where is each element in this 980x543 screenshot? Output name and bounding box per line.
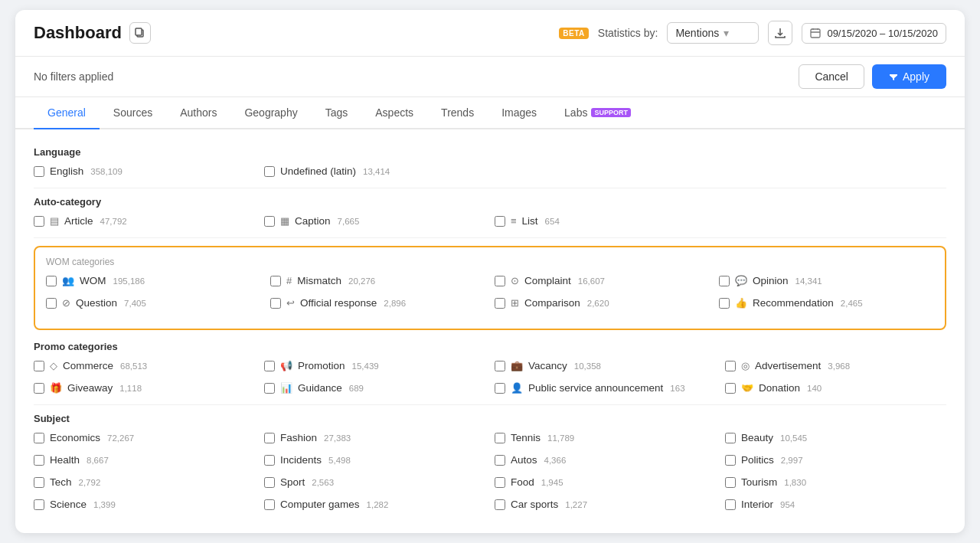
beauty-checkbox[interactable] <box>725 433 736 443</box>
item-label: Caption <box>295 215 331 227</box>
language-grid: English 358,109 Undefined (latin) 13,414 <box>34 165 946 177</box>
list-item: 👍 Recommendation 2,465 <box>719 297 934 309</box>
opinion-checkbox[interactable] <box>719 276 730 286</box>
item-count: 16,607 <box>578 276 605 286</box>
item-label: Science <box>50 499 87 510</box>
question-checkbox[interactable] <box>46 298 57 309</box>
official-response-icon: ↩ <box>286 297 295 309</box>
apply-button[interactable]: Apply <box>872 64 946 89</box>
tourism-checkbox[interactable] <box>725 477 736 488</box>
health-checkbox[interactable] <box>34 455 44 466</box>
sport-checkbox[interactable] <box>264 477 275 488</box>
complaint-checkbox[interactable] <box>495 276 505 286</box>
list-item: ▤ Article 47,792 <box>34 215 255 227</box>
subject-row-1: Economics 72,267 Fashion 27,383 Tennis 1… <box>34 432 946 443</box>
item-count: 1,399 <box>93 500 116 509</box>
tab-aspects[interactable]: Aspects <box>361 97 427 129</box>
tab-trends[interactable]: Trends <box>427 97 488 129</box>
list-item: ⊘ Question 7,405 <box>46 297 261 309</box>
caption-checkbox[interactable] <box>264 216 275 227</box>
public-service-checkbox[interactable] <box>495 383 505 394</box>
tech-checkbox[interactable] <box>34 477 44 488</box>
item-count: 689 <box>349 384 364 393</box>
promotion-checkbox[interactable] <box>264 361 275 371</box>
stats-select[interactable]: Mentions ▾ <box>667 22 759 44</box>
item-count: 2,997 <box>781 456 803 465</box>
car-sports-checkbox[interactable] <box>495 499 505 510</box>
list-item: English 358,109 <box>34 165 255 177</box>
article-checkbox[interactable] <box>34 216 44 227</box>
item-count: 1,830 <box>784 478 806 487</box>
list-item: Car sports 1,227 <box>495 499 716 510</box>
list-item: Sport 2,563 <box>264 476 485 488</box>
item-label: Article <box>64 215 93 227</box>
item-count: 2,465 <box>841 299 863 308</box>
subject-row-4: Science 1,399 Computer games 1,282 Car s… <box>34 499 946 510</box>
copy-icon[interactable] <box>129 22 151 44</box>
tab-labs[interactable]: Labs SUPPORT <box>550 97 645 129</box>
download-button[interactable] <box>768 21 792 45</box>
item-label: Undefined (latin) <box>280 165 356 177</box>
computer-games-checkbox[interactable] <box>264 499 275 510</box>
giveaway-checkbox[interactable] <box>34 383 44 394</box>
item-label: Health <box>50 454 80 466</box>
item-count: 195,186 <box>113 276 145 286</box>
vacancy-checkbox[interactable] <box>495 361 505 371</box>
item-count: 1,118 <box>119 384 142 393</box>
undefined-latin-checkbox[interactable] <box>264 166 275 177</box>
item-count: 3,968 <box>828 361 850 371</box>
official-response-checkbox[interactable] <box>270 298 281 309</box>
list-checkbox[interactable] <box>495 216 505 227</box>
commerce-icon: ◇ <box>50 360 57 371</box>
tab-sources[interactable]: Sources <box>100 97 166 129</box>
comparison-checkbox[interactable] <box>495 298 505 309</box>
interior-checkbox[interactable] <box>725 499 736 510</box>
list-item: ◇ Commerce 68,513 <box>34 360 255 371</box>
item-label: Sport <box>280 476 305 488</box>
item-label: Vacancy <box>528 360 567 371</box>
english-checkbox[interactable] <box>34 166 44 177</box>
tab-tags[interactable]: Tags <box>312 97 362 129</box>
guidance-checkbox[interactable] <box>264 383 275 394</box>
science-checkbox[interactable] <box>34 499 44 510</box>
list-item: Beauty 10,545 <box>725 432 946 443</box>
advertisement-checkbox[interactable] <box>725 361 736 371</box>
economics-checkbox[interactable] <box>34 433 44 443</box>
item-label: Fashion <box>280 432 317 443</box>
fashion-checkbox[interactable] <box>264 433 275 443</box>
item-count: 654 <box>545 217 560 226</box>
item-count: 5,498 <box>328 456 351 465</box>
language-section-title: Language <box>34 146 946 158</box>
politics-checkbox[interactable] <box>725 455 736 466</box>
chevron-down-icon: ▾ <box>724 27 729 39</box>
item-label: Complaint <box>524 275 571 286</box>
food-checkbox[interactable] <box>495 477 505 488</box>
tennis-checkbox[interactable] <box>495 433 505 443</box>
item-count: 14,341 <box>795 276 822 286</box>
commerce-checkbox[interactable] <box>34 361 44 371</box>
wom-section-title: WOM categories <box>46 257 934 267</box>
autos-checkbox[interactable] <box>495 455 505 466</box>
tab-geography[interactable]: Geography <box>230 97 311 129</box>
header: Dashboard BETA Statistics by: Mentions ▾ <box>15 10 965 57</box>
svg-rect-2 <box>811 29 820 38</box>
cancel-button[interactable]: Cancel <box>799 64 864 89</box>
wom-row-2: ⊘ Question 7,405 ↩ Official response 2,8… <box>46 297 934 309</box>
tab-general[interactable]: General <box>34 97 100 129</box>
mismatch-checkbox[interactable] <box>270 276 281 286</box>
tab-authors[interactable]: Authors <box>166 97 230 129</box>
date-range[interactable]: 09/15/2020 – 10/15/2020 <box>802 23 946 44</box>
apply-label: Apply <box>903 70 929 83</box>
donation-checkbox[interactable] <box>725 383 736 394</box>
recommendation-checkbox[interactable] <box>719 298 730 309</box>
promo-row-1: ◇ Commerce 68,513 📢 Promotion 15,439 💼 V… <box>34 360 946 371</box>
wom-checkbox[interactable] <box>46 276 57 286</box>
stats-label: Statistics by: <box>598 27 658 39</box>
tab-images[interactable]: Images <box>488 97 550 129</box>
list-item: Interior 954 <box>725 499 946 510</box>
incidents-checkbox[interactable] <box>264 455 275 466</box>
vacancy-icon: 💼 <box>511 360 523 371</box>
list-item: 💼 Vacancy 10,358 <box>495 360 716 371</box>
item-label: Promotion <box>298 360 345 371</box>
wom-icon: 👥 <box>62 275 74 286</box>
